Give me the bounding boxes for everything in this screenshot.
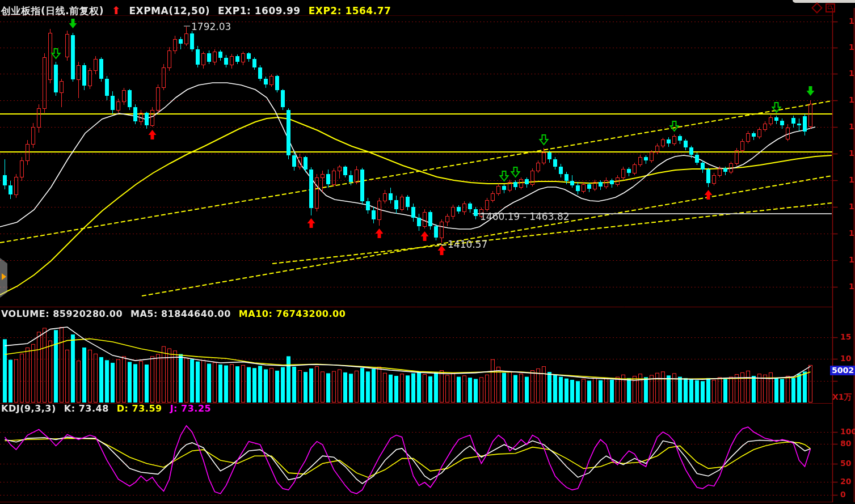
titlebar-fragment [793,0,855,3]
price-axis-label: 1 [849,202,854,211]
volume-axis-label: 15 [840,332,851,341]
expand-arrow-icon [2,273,6,280]
indicator-label[interactable]: EXPMA(12,50) [129,5,210,16]
main-chart-header: 创业板指(日线.前复权)⬆EXPMA(12,50)EXP1: 1609.99EX… [1,4,399,18]
volume-unit-label: X1万 [832,392,852,403]
price-axis-label: 1 [849,149,854,158]
kdj-pane-header: KDJ(9,3,3)K: 73.48D: 73.59J: 73.25 [1,403,219,414]
kdj-axis-label: 50 [840,459,851,468]
kdj-axis-label: 100 [840,427,855,436]
chart-canvas[interactable] [0,0,855,504]
up-arrow-icon: ⬆ [112,4,121,16]
price-axis-label: 1 [849,95,854,104]
kdj-k-value: K: 73.48 [64,403,109,414]
price-axis-label: 1 [849,175,854,184]
kdj-axis-label: 20 [840,477,851,486]
exp1-value: EXP1: 1609.99 [218,5,301,16]
current-volume-axis-badge: 5002 [830,366,855,375]
trading-app-window: { "header": { "title": "创业板指(日线.前复权)", "… [0,0,855,504]
price-axis-label: 1 [849,122,854,131]
price-axis-label: 1 [849,69,854,78]
kdj-title[interactable]: KDJ(9,3,3) [1,403,56,414]
price-axis-label: 1 [849,255,854,264]
price-axis-label: 1 [849,43,854,52]
volume-value: VOLUME: 85920280.00 [1,308,123,319]
exp2-value: EXP2: 1564.77 [309,5,391,16]
peak-price-annotation: 1792.03 [191,21,231,32]
volume-ma5-value: MA5: 81844640.00 [130,308,231,319]
price-axis-label: 1 [849,16,854,26]
kdj-axis-label: 0 [840,490,846,499]
price-axis-label: 1 [849,282,854,291]
kdj-d-value: D: 73.59 [117,403,162,414]
instrument-title: 创业板指(日线.前复权) [1,5,104,16]
volume-axis-label: 10 [840,354,851,363]
restore-window-icon[interactable] [825,3,835,12]
price-axis-label: 1 [849,228,854,238]
low-price-annotation: 1410.57 [448,239,487,250]
sidebar-expand-tab[interactable] [0,258,7,298]
volume-pane-header: VOLUME: 85920280.00MA5: 81844640.00MA10:… [1,308,353,319]
gap-range-annotation: 1460.19 - 1463.82 [480,211,570,222]
kdj-axis-label: 80 [840,439,851,448]
volume-ma10-value: MA10: 76743200.00 [239,308,346,319]
kdj-j-value: J: 73.25 [170,403,212,414]
